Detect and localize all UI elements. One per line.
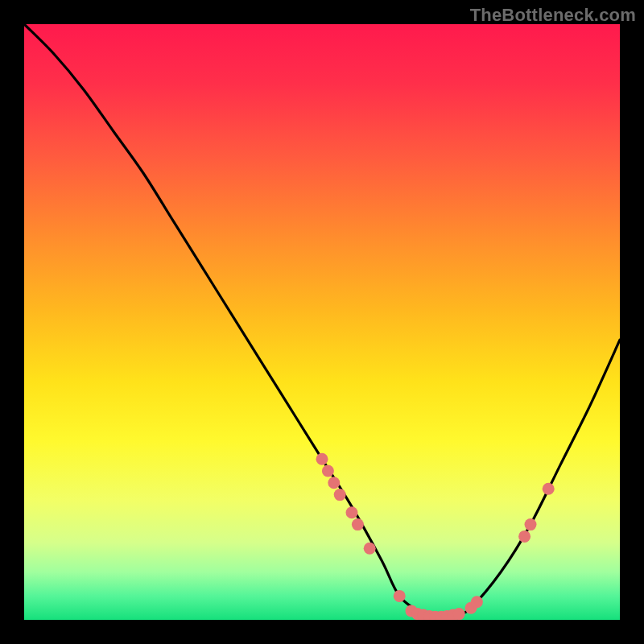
data-marker <box>346 506 358 518</box>
data-marker <box>364 543 376 555</box>
bottleneck-chart <box>24 24 620 620</box>
watermark-text: TheBottleneck.com <box>470 5 636 26</box>
data-marker <box>334 489 346 501</box>
data-marker <box>543 483 555 495</box>
data-marker <box>328 477 340 489</box>
data-marker <box>471 596 483 608</box>
data-marker <box>394 590 406 602</box>
data-marker <box>518 530 530 543</box>
data-marker <box>316 453 328 465</box>
data-marker <box>352 518 364 530</box>
data-marker <box>322 465 334 477</box>
data-marker <box>453 608 465 620</box>
chart-frame <box>24 24 620 620</box>
data-marker <box>525 518 537 530</box>
